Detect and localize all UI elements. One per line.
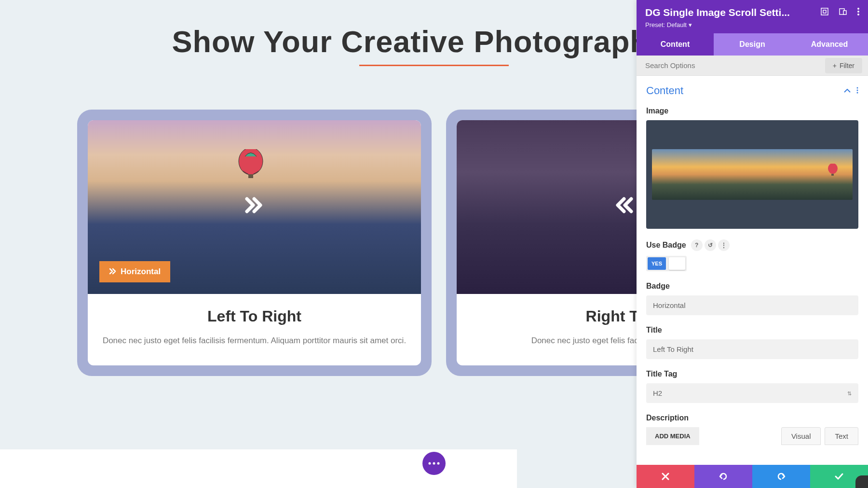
card-title-1: Left To Right [99,307,409,325]
settings-panel: DG Single Image Scroll Setti... Preset: … [637,0,868,488]
panel-body[interactable]: Content Image Use Badge ? ↺ ⋮ [637,76,868,465]
tab-content[interactable]: Content [637,33,714,56]
search-input[interactable] [637,56,825,75]
undo-button[interactable] [694,465,752,488]
arrows-right-icon [244,194,265,221]
svg-rect-8 [823,10,826,13]
svg-point-15 [857,89,858,91]
svg-point-12 [857,11,859,13]
responsive-icon[interactable] [839,8,847,17]
card-wrapper-1: Horizontal Left To Right Donec nec justo… [77,110,432,376]
badge-input[interactable] [646,295,858,315]
filter-button[interactable]: + Filter [825,58,862,73]
svg-rect-18 [831,174,834,176]
tab-advanced[interactable]: Advanced [791,33,868,56]
use-badge-toggle[interactable]: YES [646,256,687,271]
panel-footer [637,465,868,488]
svg-point-17 [828,164,838,174]
svg-point-14 [857,87,858,88]
title-tag-label: Title Tag [646,370,858,378]
title-input[interactable] [646,339,858,359]
card-1[interactable]: Horizontal Left To Right Donec nec justo… [88,120,421,365]
svg-point-16 [857,92,858,93]
fab-more-button[interactable] [422,452,446,475]
svg-rect-7 [821,8,828,15]
preset-label[interactable]: Preset: Default ▾ [645,21,859,28]
title-tag-select[interactable]: H2 ⇅ [646,383,858,403]
reset-icon[interactable]: ↺ [705,239,716,251]
svg-point-11 [857,8,859,10]
svg-point-4 [429,462,431,465]
svg-rect-10 [843,11,846,14]
card-desc-1: Donec nec justo eget felis facilisis fer… [99,334,409,348]
select-arrows-icon: ⇅ [847,390,852,396]
panel-title: DG Single Image Scroll Setti... [645,7,790,18]
field-menu-icon[interactable]: ⋮ [718,239,730,251]
tab-design[interactable]: Design [714,33,791,56]
text-tab[interactable]: Text [825,427,858,445]
search-row: + Filter [637,56,868,76]
image-label: Image [646,107,858,115]
arrows-left-icon [613,194,634,221]
menu-dots-icon[interactable] [857,8,859,17]
title-label: Title [646,326,858,335]
use-badge-label: Use Badge ? ↺ ⋮ [646,239,858,251]
badge-label: Badge [646,282,858,291]
panel-tabs: Content Design Advanced [637,33,868,56]
visual-tab[interactable]: Visual [781,427,821,445]
card-badge: Horizontal [99,261,170,282]
collapse-icon[interactable] [844,87,851,95]
section-menu-icon[interactable] [856,87,858,95]
description-label: Description [646,414,858,422]
help-icon[interactable]: ? [691,239,703,251]
plus-icon: + [833,62,837,70]
badge-text: Horizontal [121,267,161,277]
svg-point-13 [857,14,859,15]
preview-balloon-icon [827,164,838,178]
panel-header: DG Single Image Scroll Setti... Preset: … [637,0,868,33]
svg-point-5 [433,462,435,465]
svg-point-6 [437,462,440,465]
balloon-icon [238,149,264,185]
corner-badge[interactable] [855,475,868,488]
add-media-button[interactable]: ADD MEDIA [646,427,699,445]
badge-arrows-icon [109,268,117,276]
card-image-1: Horizontal [88,120,421,294]
cancel-button[interactable] [637,465,694,488]
image-preview[interactable] [646,120,858,229]
svg-rect-1 [248,174,253,178]
fullscreen-icon[interactable] [821,8,828,17]
section-title[interactable]: Content [646,84,683,97]
redo-button[interactable] [752,465,810,488]
